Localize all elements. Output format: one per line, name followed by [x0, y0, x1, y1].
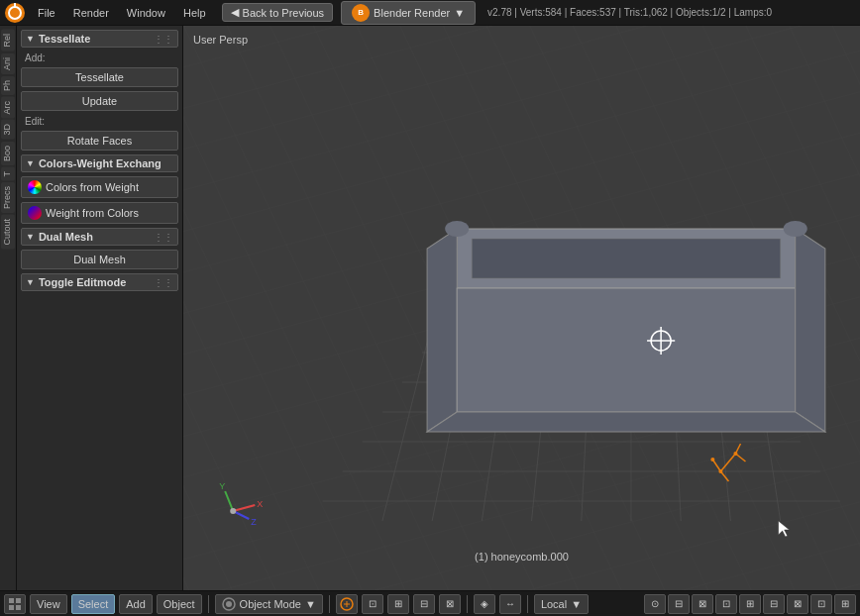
- overlay-btn-8[interactable]: ⊡: [810, 594, 832, 614]
- back-to-previous-button[interactable]: ◀ Back to Previous: [222, 3, 334, 22]
- svg-rect-49: [9, 605, 14, 610]
- svg-rect-47: [9, 598, 14, 603]
- svg-marker-24: [427, 412, 825, 432]
- weight-from-colors-icon: [28, 206, 42, 220]
- object-name-label: (1) honeycomb.000: [475, 551, 569, 563]
- dual-mesh-button[interactable]: Dual Mesh: [21, 250, 178, 269]
- back-icon: ◀: [231, 6, 239, 19]
- grid-icon: [8, 597, 22, 611]
- weight-from-colors-label: Weight from Colors: [46, 207, 139, 219]
- sidebar-tab-precs[interactable]: Precs: [1, 182, 15, 213]
- tessellate-collapse-icon: ▼: [26, 34, 35, 44]
- sidebar-tab-cutout[interactable]: Cutout: [1, 215, 15, 250]
- tessellate-options-icon: ⋮⋮: [154, 34, 173, 45]
- colors-from-weight-label: Colors from Weight: [46, 181, 139, 193]
- colors-weight-section-header[interactable]: ▼ Colors-Weight Exchang: [21, 154, 178, 172]
- svg-marker-25: [472, 239, 780, 278]
- sidebar-tab-3d[interactable]: 3D: [1, 120, 15, 140]
- overlay-btn-7[interactable]: ⊠: [787, 594, 808, 614]
- overlay-btn-4[interactable]: ⊡: [715, 594, 737, 614]
- tessellate-button[interactable]: Tessellate: [21, 67, 178, 87]
- svg-point-44: [733, 452, 737, 456]
- pivot-point-btn[interactable]: ◈: [474, 594, 495, 614]
- layer-dropdown[interactable]: Local ▼: [534, 594, 589, 614]
- viewport-shading-solid[interactable]: ⊟: [413, 594, 435, 614]
- overlay-btn-1[interactable]: ⊙: [644, 594, 666, 614]
- render-icon: [340, 597, 354, 611]
- weight-from-colors-button[interactable]: Weight from Colors: [21, 202, 178, 224]
- overlay-btn-5[interactable]: ⊞: [739, 594, 761, 614]
- mode-arrow: ▼: [305, 598, 316, 610]
- menu-window[interactable]: Window: [119, 5, 173, 21]
- menu-help[interactable]: Help: [175, 5, 214, 21]
- header-icon-button[interactable]: [4, 594, 26, 614]
- svg-point-37: [230, 508, 236, 514]
- colors-from-weight-icon: [28, 180, 42, 194]
- mode-dropdown[interactable]: Object Mode ▼: [215, 594, 323, 614]
- dual-mesh-section-header[interactable]: ▼ Dual Mesh ⋮⋮: [21, 228, 178, 246]
- menu-file[interactable]: File: [30, 5, 63, 21]
- version-info-text: v2.78 | Verts:584 | Faces:537 | Tris:1,0…: [487, 7, 772, 18]
- render-engine-dropdown[interactable]: B Blender Render ▼: [341, 1, 476, 25]
- toggle-editmode-section-header[interactable]: ▼ Toggle Editmode ⋮⋮: [21, 273, 178, 291]
- dual-mesh-title: Dual Mesh: [39, 231, 150, 243]
- svg-point-52: [226, 601, 232, 607]
- blender-engine-icon: B: [352, 4, 370, 22]
- overlay-btn-6[interactable]: ⊟: [763, 594, 785, 614]
- tessellate-section-header[interactable]: ▼ Tessellate ⋮⋮: [21, 30, 178, 48]
- sidebar-tab-arc[interactable]: Arc: [1, 97, 15, 119]
- toggle-editmode-collapse-icon: ▼: [26, 277, 35, 287]
- view-menu-button[interactable]: View: [30, 594, 67, 614]
- toggle-editmode-options-icon: ⋮⋮: [154, 277, 173, 288]
- back-label: Back to Previous: [243, 7, 325, 19]
- sidebar-tab-boo[interactable]: Boo: [1, 142, 15, 165]
- render-layer-icon[interactable]: [336, 594, 358, 614]
- menu-render[interactable]: Render: [65, 5, 117, 21]
- sidebar-tab-t[interactable]: T: [1, 167, 15, 181]
- svg-point-27: [784, 221, 807, 237]
- transform-orient-btn[interactable]: ↔: [499, 594, 521, 614]
- svg-rect-48: [16, 598, 21, 603]
- bottom-bar: View Select Add Object Object Mode ▼ ⊡ ⊞…: [0, 590, 860, 616]
- separator-4: [527, 595, 528, 613]
- edit-label: Edit:: [21, 115, 178, 128]
- viewport-shading-dots[interactable]: ⊡: [362, 594, 383, 614]
- viewport-shading-textured[interactable]: ⊠: [439, 594, 461, 614]
- main-area: Rel Ani Ph Arc 3D Boo T Precs Cutout ▼ T…: [0, 26, 860, 590]
- sidebar-tab-rel[interactable]: Rel: [1, 30, 15, 51]
- overlay-btn-3[interactable]: ⊠: [692, 594, 713, 614]
- overlay-btn-2[interactable]: ⊟: [668, 594, 690, 614]
- object-menu-button[interactable]: Object: [157, 594, 202, 614]
- render-engine-label: Blender Render: [374, 7, 450, 19]
- svg-marker-23: [796, 229, 825, 432]
- update-button[interactable]: Update: [21, 91, 178, 111]
- separator-2: [329, 595, 330, 613]
- status-info: v2.78 | Verts:584 | Faces:537 | Tris:1,0…: [480, 7, 856, 18]
- svg-point-43: [718, 469, 722, 473]
- sidebar-tab-ph[interactable]: Ph: [1, 76, 15, 95]
- layer-label: Local: [541, 598, 567, 610]
- svg-point-45: [710, 458, 714, 462]
- top-bar: File Render Window Help ◀ Back to Previo…: [0, 0, 860, 26]
- overlay-icons: ⊙ ⊟ ⊠ ⊡ ⊞ ⊟ ⊠ ⊡ ⊞: [644, 594, 856, 614]
- colors-from-weight-button[interactable]: Colors from Weight: [21, 176, 178, 198]
- sidebar-tab-ani[interactable]: Ani: [1, 53, 15, 74]
- rotate-faces-button[interactable]: Rotate Faces: [21, 131, 178, 151]
- blender-logo: [4, 2, 26, 24]
- svg-text:Z: Z: [251, 517, 257, 527]
- svg-rect-50: [16, 605, 21, 610]
- svg-marker-21: [427, 229, 457, 432]
- 3d-viewport[interactable]: X Y Z: [183, 26, 860, 590]
- svg-text:X: X: [257, 499, 263, 509]
- dual-mesh-collapse-icon: ▼: [26, 232, 35, 242]
- mode-icon: [222, 597, 236, 611]
- add-menu-button[interactable]: Add: [119, 594, 153, 614]
- separator-3: [467, 595, 468, 613]
- viewport-shading-wire[interactable]: ⊞: [387, 594, 409, 614]
- overlay-btn-9[interactable]: ⊞: [834, 594, 856, 614]
- svg-marker-22: [457, 288, 796, 412]
- select-menu-button[interactable]: Select: [71, 594, 116, 614]
- mode-label: Object Mode: [240, 598, 301, 610]
- colors-weight-title: Colors-Weight Exchang: [39, 157, 173, 169]
- add-label: Add:: [21, 51, 178, 64]
